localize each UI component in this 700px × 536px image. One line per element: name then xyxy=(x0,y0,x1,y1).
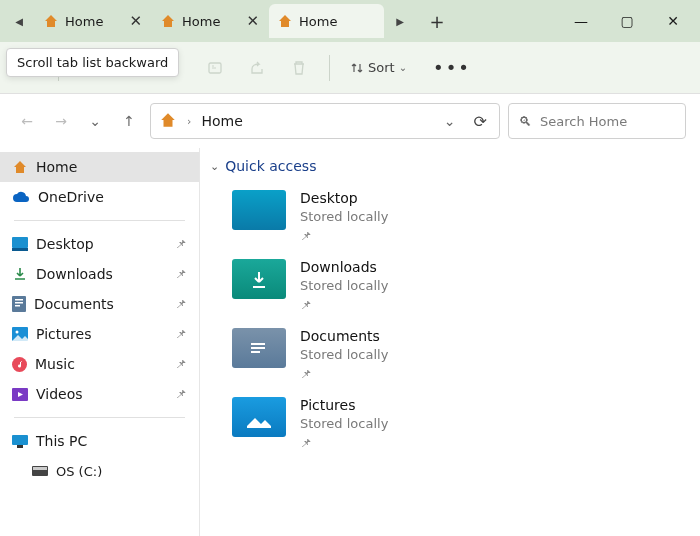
breadcrumb-separator-icon: › xyxy=(183,115,195,128)
sidebar-item-label: OneDrive xyxy=(38,189,104,205)
picture-icon xyxy=(12,327,28,341)
forward-button[interactable]: → xyxy=(48,105,74,137)
sidebar-item-label: This PC xyxy=(36,433,87,449)
section-title: Quick access xyxy=(225,158,316,174)
sidebar-item-label: Desktop xyxy=(36,236,94,252)
nav-row: ← → ⌄ ↑ › Home ⌄ ⟳ 🔍︎ Search Home xyxy=(0,94,700,148)
window-controls: — ▢ ✕ xyxy=(558,5,696,37)
item-title: Documents xyxy=(300,328,388,344)
svg-rect-19 xyxy=(17,445,23,448)
breadcrumb-home[interactable]: Home xyxy=(201,113,242,129)
sidebar-item-label: OS (C:) xyxy=(56,464,102,479)
quick-access-item-desktop[interactable]: Desktop Stored locally 📌︎ xyxy=(204,182,696,251)
quick-access-item-pictures[interactable]: Pictures Stored locally 📌︎ xyxy=(204,389,696,458)
new-tab-button[interactable]: + xyxy=(421,5,453,37)
tab-label: Home xyxy=(182,14,220,29)
home-icon xyxy=(12,159,28,175)
recent-locations-button[interactable]: ⌄ xyxy=(82,105,108,137)
item-subtitle: Stored locally xyxy=(300,347,388,362)
svg-rect-23 xyxy=(251,347,265,349)
tab-label: Home xyxy=(65,14,103,29)
video-icon xyxy=(12,388,28,401)
sidebar-item-label: Downloads xyxy=(36,266,113,282)
address-dropdown-button[interactable]: ⌄ xyxy=(436,113,464,129)
sidebar-item-documents[interactable]: Documents 📌︎ xyxy=(0,289,199,319)
arrow-up-icon: ↑ xyxy=(123,113,135,129)
sidebar-item-desktop[interactable]: Desktop 📌︎ xyxy=(0,229,199,259)
chevron-down-icon: ⌄ xyxy=(89,113,101,129)
pin-icon: 📌︎ xyxy=(300,436,388,450)
item-subtitle: Stored locally xyxy=(300,416,388,431)
item-subtitle: Stored locally xyxy=(300,209,388,224)
search-input[interactable]: 🔍︎ Search Home xyxy=(508,103,686,139)
home-icon xyxy=(43,13,59,29)
search-icon: 🔍︎ xyxy=(519,114,532,129)
pin-icon: 📌︎ xyxy=(300,229,388,243)
svg-rect-11 xyxy=(15,299,23,301)
sort-label: Sort xyxy=(368,60,395,75)
svg-rect-22 xyxy=(251,343,265,345)
sidebar-item-label: Documents xyxy=(34,296,114,312)
cloud-icon xyxy=(12,191,30,203)
tab-label: Home xyxy=(299,14,337,29)
sidebar-item-pictures[interactable]: Pictures 📌︎ xyxy=(0,319,199,349)
address-bar[interactable]: › Home ⌄ ⟳ xyxy=(150,103,500,139)
svg-rect-24 xyxy=(251,351,260,353)
arrow-right-icon: → xyxy=(55,113,67,129)
rename-button[interactable] xyxy=(205,58,225,78)
quick-access-header[interactable]: ⌄ Quick access xyxy=(204,158,696,182)
sidebar-item-downloads[interactable]: Downloads 📌︎ xyxy=(0,259,199,289)
item-title: Downloads xyxy=(300,259,388,275)
up-button[interactable]: ↑ xyxy=(116,105,142,137)
close-icon: ✕ xyxy=(667,13,679,29)
pin-icon: 📌︎ xyxy=(175,237,187,251)
sidebar-item-thispc[interactable]: This PC xyxy=(0,426,199,456)
svg-rect-12 xyxy=(15,302,23,304)
share-button[interactable] xyxy=(247,58,267,78)
svg-rect-9 xyxy=(12,248,28,251)
more-options-button[interactable]: ••• xyxy=(433,57,471,78)
minimize-icon: — xyxy=(574,13,588,29)
sidebar-item-osdrive[interactable]: OS (C:) xyxy=(0,456,199,486)
close-tab-button[interactable]: ✕ xyxy=(129,12,142,30)
pc-icon xyxy=(12,435,28,448)
sort-button[interactable]: Sort ⌄ xyxy=(350,60,407,75)
item-title: Desktop xyxy=(300,190,388,206)
tab-home-3[interactable]: Home xyxy=(269,4,384,38)
sidebar-divider xyxy=(14,220,185,221)
tab-home-1[interactable]: Home ✕ xyxy=(35,4,150,38)
pin-icon: 📌︎ xyxy=(175,267,187,281)
scroll-tabs-forward-button[interactable]: ▶ xyxy=(385,6,415,36)
maximize-button[interactable]: ▢ xyxy=(604,5,650,37)
close-tab-button[interactable]: ✕ xyxy=(246,12,259,30)
sidebar-item-label: Music xyxy=(35,356,75,372)
folder-documents-icon xyxy=(232,328,286,368)
folder-pictures-icon xyxy=(232,397,286,437)
sidebar-item-home[interactable]: Home xyxy=(0,152,199,182)
quick-access-item-documents[interactable]: Documents Stored locally 📌︎ xyxy=(204,320,696,389)
tab-home-2[interactable]: Home ✕ xyxy=(152,4,267,38)
chevron-left-icon: ◀ xyxy=(15,16,23,27)
sidebar-item-music[interactable]: Music 📌︎ xyxy=(0,349,199,379)
pin-icon: 📌︎ xyxy=(175,357,187,371)
back-button[interactable]: ← xyxy=(14,105,40,137)
search-placeholder: Search Home xyxy=(540,114,627,129)
delete-button[interactable] xyxy=(289,58,309,78)
maximize-icon: ▢ xyxy=(620,13,633,29)
close-window-button[interactable]: ✕ xyxy=(650,5,696,37)
minimize-button[interactable]: — xyxy=(558,5,604,37)
refresh-button[interactable]: ⟳ xyxy=(470,112,491,131)
drive-icon xyxy=(32,466,48,476)
navigation-sidebar: Home OneDrive Desktop 📌︎ Downloads 📌︎ Do… xyxy=(0,148,200,536)
scroll-tabs-back-button[interactable]: ◀ xyxy=(4,6,34,36)
sidebar-item-onedrive[interactable]: OneDrive xyxy=(0,182,199,212)
quick-access-item-downloads[interactable]: Downloads Stored locally 📌︎ xyxy=(204,251,696,320)
folder-downloads-icon xyxy=(232,259,286,299)
item-subtitle: Stored locally xyxy=(300,278,388,293)
home-icon xyxy=(160,13,176,29)
music-icon xyxy=(12,357,27,372)
document-icon xyxy=(12,296,26,312)
content-pane: ⌄ Quick access Desktop Stored locally 📌︎… xyxy=(200,148,700,536)
chevron-down-icon: ⌄ xyxy=(210,160,219,173)
sidebar-item-videos[interactable]: Videos 📌︎ xyxy=(0,379,199,409)
